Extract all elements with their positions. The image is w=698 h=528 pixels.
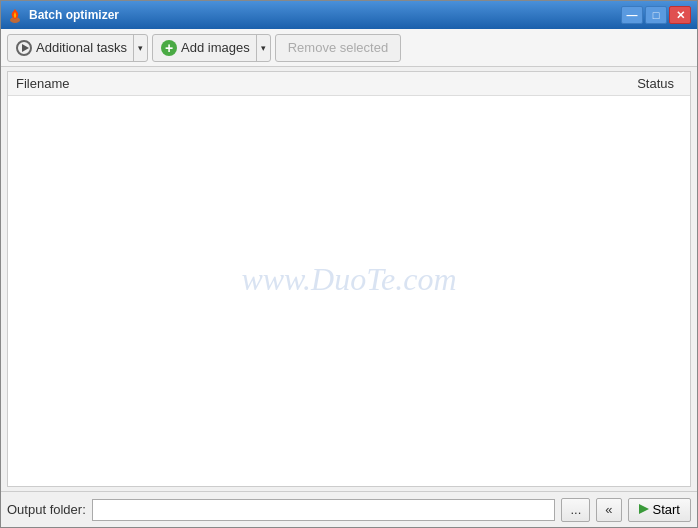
main-window: Batch optimizer — □ ✕ Additional tasks ▾… [0, 0, 698, 528]
start-button-label: Start [653, 502, 680, 517]
add-images-dropdown-arrow[interactable]: ▾ [256, 34, 270, 62]
start-button[interactable]: Start [628, 498, 691, 522]
additional-tasks-button[interactable]: Additional tasks ▾ [7, 34, 148, 62]
additional-tasks-dropdown-arrow[interactable]: ▾ [133, 34, 147, 62]
title-bar-left: Batch optimizer [7, 7, 119, 23]
nav-back-icon: « [605, 502, 612, 517]
toolbar: Additional tasks ▾ + Add images ▾ Remove… [1, 29, 697, 67]
remove-selected-button[interactable]: Remove selected [275, 34, 401, 62]
additional-tasks-label: Additional tasks [36, 40, 127, 55]
svg-marker-1 [639, 504, 649, 514]
nav-back-button[interactable]: « [596, 498, 621, 522]
remove-selected-label: Remove selected [288, 40, 388, 55]
app-icon [7, 7, 23, 23]
add-images-icon: + [161, 40, 177, 56]
maximize-button[interactable]: □ [645, 6, 667, 24]
output-folder-input[interactable] [92, 499, 556, 521]
file-list-area: Filename Status www.DuoTe.com [7, 71, 691, 487]
filename-column-header: Filename [16, 76, 69, 91]
start-play-icon [639, 502, 653, 517]
status-column-header: Status [637, 76, 674, 91]
window-controls: — □ ✕ [621, 6, 691, 24]
output-folder-label: Output folder: [7, 502, 86, 517]
close-button[interactable]: ✕ [669, 6, 691, 24]
watermark: www.DuoTe.com [241, 261, 456, 298]
minimize-button[interactable]: — [621, 6, 643, 24]
table-header: Filename Status [8, 72, 690, 96]
add-images-label: Add images [181, 40, 250, 55]
title-bar: Batch optimizer — □ ✕ [1, 1, 697, 29]
additional-tasks-icon [16, 40, 32, 56]
window-title: Batch optimizer [29, 8, 119, 22]
browse-button[interactable]: ... [561, 498, 590, 522]
bottom-bar: Output folder: ... « Start [1, 491, 697, 527]
add-images-button[interactable]: + Add images ▾ [152, 34, 271, 62]
